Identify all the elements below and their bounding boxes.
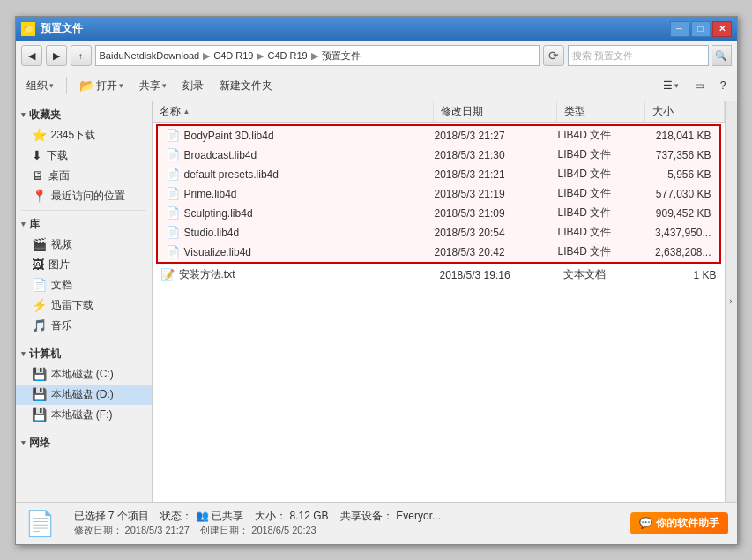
table-row[interactable]: 📄 default presets.lib4d 2018/5/3 21:21 L…: [158, 165, 719, 184]
search-placeholder: 搜索 预置文件: [572, 49, 633, 63]
file-size-cell: 909,452 KB: [639, 207, 718, 220]
right-panel-toggle[interactable]: ›: [725, 101, 737, 502]
file-name-cell: 📄 BodyPaint 3D.lib4d: [159, 129, 428, 142]
status-info: 已选择 7 个项目 状态： 👥 已共享 大小： 8.12 GB 共享设备： Ev…: [74, 509, 613, 537]
sidebar-section-network[interactable]: ▾ 网络: [16, 433, 152, 453]
address-bar: ◀ ▶ ↑ BaiduNetdiskDownload ▶ C4D R19 ▶ C…: [16, 41, 737, 71]
organize-button[interactable]: 组织 ▾: [21, 77, 59, 95]
computer-arrow-icon: ▾: [21, 349, 26, 358]
column-header-date[interactable]: 修改日期: [434, 101, 557, 122]
file-date-cell: 2018/5/3 21:09: [428, 207, 551, 220]
new-folder-label: 新建文件夹: [220, 78, 272, 93]
new-folder-button[interactable]: 新建文件夹: [214, 77, 278, 95]
forward-button[interactable]: ▶: [46, 45, 67, 66]
sidebar-item-2345[interactable]: ⭐ 2345下载: [16, 125, 152, 146]
table-row[interactable]: 📄 Visualize.lib4d 2018/5/3 20:42 LIB4D 文…: [158, 243, 719, 262]
download-icon: ⬇: [32, 148, 42, 162]
sidebar-item-recent[interactable]: 📍 最近访问的位置: [16, 186, 152, 206]
column-header-size[interactable]: 大小: [645, 101, 725, 122]
open-button[interactable]: 📂 打开 ▾: [74, 77, 129, 95]
share-button[interactable]: 共享 ▾: [134, 77, 172, 95]
sidebar-item-download[interactable]: ⬇ 下载: [16, 146, 152, 166]
refresh-button[interactable]: ⟳: [543, 45, 564, 66]
table-row[interactable]: 📄 Prime.lib4d 2018/5/3 21:19 LIB4D 文件 57…: [158, 184, 719, 204]
drive-f-icon: 💾: [32, 407, 47, 422]
breadcrumb-item-2[interactable]: C4D R19: [213, 50, 253, 61]
sidebar-item-music[interactable]: 🎵 音乐: [16, 316, 152, 336]
table-row[interactable]: 📄 Studio.lib4d 2018/5/3 20:54 LIB4D 文件 3…: [158, 223, 719, 243]
sidebar-item-drive-d[interactable]: 💾 本地磁盘 (D:): [16, 385, 152, 405]
maximize-button[interactable]: □: [691, 21, 711, 37]
file-date-cell: 2018/5/3 19:16: [433, 269, 556, 281]
network-label: 网络: [29, 436, 50, 451]
sidebar-item-drive-c[interactable]: 💾 本地磁盘 (C:): [16, 364, 152, 385]
table-row[interactable]: 📄 Sculpting.lib4d 2018/5/3 21:09 LIB4D 文…: [158, 204, 719, 223]
sidebar-item-pictures[interactable]: 🖼 图片: [16, 255, 152, 275]
search-input[interactable]: 搜索 预置文件: [568, 45, 709, 66]
main-area: ▾ 收藏夹 ⭐ 2345下载 ⬇ 下载 🖥 桌面 📍 最近访问的位置: [16, 101, 737, 502]
drive-d-icon: 💾: [32, 387, 47, 401]
status-share-label: 共享设备：: [340, 510, 393, 522]
burn-button[interactable]: 刻录: [177, 77, 209, 95]
close-button[interactable]: ✕: [712, 21, 732, 37]
breadcrumb-sep-2: ▶: [257, 50, 264, 62]
search-button[interactable]: 🔍: [712, 45, 732, 66]
breadcrumb-sep-3: ▶: [311, 50, 318, 62]
favorites-label: 收藏夹: [29, 108, 61, 123]
column-header-type[interactable]: 类型: [557, 101, 645, 122]
file-name: BodyPaint 3D.lib4d: [184, 130, 274, 142]
view-button[interactable]: ☰ ▾: [658, 78, 684, 93]
desktop-icon: 🖥: [32, 168, 44, 183]
sidebar-section-favorites[interactable]: ▾ 收藏夹: [16, 105, 152, 125]
file-type-cell: LIB4D 文件: [551, 205, 639, 220]
sidebar-item-desktop[interactable]: 🖥 桌面: [16, 166, 152, 186]
title-bar-controls: ─ □ ✕: [670, 21, 732, 37]
table-row[interactable]: 📄 BodyPaint 3D.lib4d 2018/5/3 21:27 LIB4…: [158, 126, 719, 146]
panel-toggle-button[interactable]: ▭: [689, 78, 710, 93]
sidebar-item-thunder[interactable]: ⚡ 迅雷下载: [16, 295, 152, 316]
file-name-cell: 📄 Visualize.lib4d: [159, 245, 428, 258]
breadcrumb-item-4[interactable]: 预置文件: [322, 49, 361, 63]
toolbar: 组织 ▾ 📂 打开 ▾ 共享 ▾ 刻录 新建文件夹 ☰ ▾ ▭ ?: [16, 71, 737, 101]
help-button[interactable]: ?: [715, 78, 732, 93]
up-button[interactable]: ↑: [71, 45, 92, 66]
table-row[interactable]: 📝 安装方法.txt 2018/5/3 19:16 文本文档 1 KB: [153, 265, 725, 285]
file-icon: 📄: [166, 168, 180, 181]
documents-icon: 📄: [32, 278, 47, 292]
column-header-name[interactable]: 名称 ▲: [153, 101, 434, 122]
table-row[interactable]: 📄 Broadcast.lib4d 2018/5/3 21:30 LIB4D 文…: [158, 146, 719, 165]
file-name-cell: 📄 Studio.lib4d: [159, 226, 428, 239]
open-label: 打开: [96, 78, 117, 93]
computer-label: 计算机: [29, 347, 61, 362]
organize-label: 组织: [26, 78, 48, 93]
sidebar-item-documents[interactable]: 📄 文档: [16, 275, 152, 295]
right-collapse-icon: ›: [729, 296, 732, 306]
file-name: 安装方法.txt: [179, 267, 235, 282]
sidebar-item-drive-f[interactable]: 💾 本地磁盘 (F:): [16, 405, 152, 425]
file-name: Prime.lib4d: [184, 188, 237, 200]
library-arrow-icon: ▾: [21, 220, 26, 228]
breadcrumb-item-3[interactable]: C4D R19: [267, 50, 307, 61]
file-size-cell: 2,638,208...: [639, 246, 718, 258]
file-type-cell: LIB4D 文件: [551, 128, 639, 143]
file-name-cell: 📄 default presets.lib4d: [159, 168, 428, 181]
status-selected-count: 已选择 7 个项目 状态： 👥 已共享 大小： 8.12 GB 共享设备： Ev…: [74, 509, 613, 524]
status-share-value: Everyor...: [396, 510, 441, 522]
file-name: Studio.lib4d: [184, 227, 240, 239]
favorites-arrow-icon: ▾: [21, 110, 26, 119]
organize-arrow-icon: ▾: [49, 81, 54, 90]
back-button[interactable]: ◀: [21, 45, 42, 66]
window: 📁 预置文件 ─ □ ✕ ◀ ▶ ↑ BaiduNetdiskDownload …: [15, 16, 738, 545]
file-size-cell: 3,437,950...: [639, 227, 718, 239]
breadcrumb-item-1[interactable]: BaiduNetdiskDownload: [100, 50, 200, 61]
sidebar-section-computer[interactable]: ▾ 计算机: [16, 344, 152, 364]
window-title: 预置文件: [41, 21, 670, 36]
file-type-cell: LIB4D 文件: [551, 167, 639, 182]
minimize-button[interactable]: ─: [670, 21, 689, 37]
sidebar-item-video[interactable]: 🎬 视频: [16, 235, 152, 255]
file-type-cell: LIB4D 文件: [551, 186, 639, 201]
sidebar-section-library[interactable]: ▾ 库: [16, 214, 152, 235]
breadcrumb[interactable]: BaiduNetdiskDownload ▶ C4D R19 ▶ C4D R19…: [95, 45, 540, 66]
recent-icon: 📍: [32, 189, 47, 203]
file-icon: 📄: [166, 226, 180, 239]
